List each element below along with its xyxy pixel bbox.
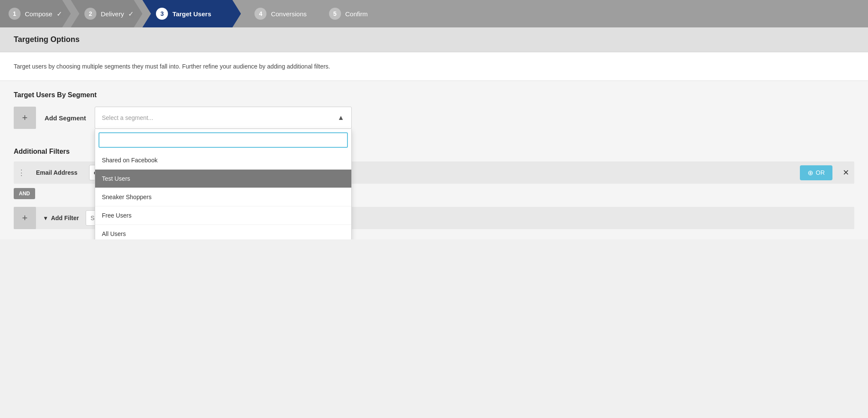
segment-search-input[interactable] xyxy=(99,132,348,148)
dropdown-item-free-users[interactable]: Free Users xyxy=(95,206,351,225)
dropdown-item-sneaker-shoppers[interactable]: Sneaker Shoppers xyxy=(95,188,351,206)
and-label: AND xyxy=(14,188,35,199)
step-label-target-users: Target Users xyxy=(172,10,211,18)
wizard-step-delivery[interactable]: 2 Delivery ✓ xyxy=(71,0,142,27)
delete-filter-button[interactable]: ✕ xyxy=(838,169,854,176)
delivery-check-icon: ✓ xyxy=(128,10,134,18)
description-text: Target users by choosing multiple segmen… xyxy=(14,62,854,71)
wizard-step-compose[interactable]: 1 Compose ✓ xyxy=(0,0,71,27)
add-filter-text: Add Filter xyxy=(51,215,79,221)
step-num-2: 2 xyxy=(84,8,96,20)
filter-name-email: Email Address xyxy=(29,169,89,176)
add-segment-row: + Add Segment Select a segment... ▲ Shar… xyxy=(14,107,854,129)
drag-handle-icon[interactable]: ⋮ xyxy=(14,161,29,184)
or-button[interactable]: ⊕ OR xyxy=(800,165,832,180)
wizard-bar: 1 Compose ✓ 2 Delivery ✓ 3 Target Users … xyxy=(0,0,868,27)
wizard-step-confirm[interactable]: 5 Confirm xyxy=(315,0,384,27)
delete-icon: ✕ xyxy=(843,168,849,177)
main-content: Targeting Options Target users by choosi… xyxy=(0,27,868,239)
section-header: Targeting Options xyxy=(0,27,868,52)
add-segment-plus-button[interactable]: + xyxy=(14,107,36,129)
or-plus-icon: ⊕ xyxy=(808,169,813,177)
segment-select-container: Select a segment... ▲ Shared on Facebook… xyxy=(95,107,352,129)
step-num-3: 3 xyxy=(156,8,168,20)
segment-select-button[interactable]: Select a segment... ▲ xyxy=(95,107,352,129)
dropdown-scroll[interactable]: Shared on Facebook Test Users Sneaker Sh… xyxy=(95,151,351,239)
wizard-step-conversions[interactable]: 4 Conversions xyxy=(241,0,315,27)
wizard-step-target-users[interactable]: 3 Target Users xyxy=(142,0,241,27)
step-label-conversions: Conversions xyxy=(271,10,306,18)
segment-dropdown: Shared on Facebook Test Users Sneaker Sh… xyxy=(95,129,352,239)
compose-check-icon: ✓ xyxy=(57,10,62,18)
step-label-compose: Compose xyxy=(25,10,52,18)
dropdown-item-test-users[interactable]: Test Users xyxy=(95,170,351,188)
segment-placeholder: Select a segment... xyxy=(102,114,153,121)
filter-funnel-icon: ▼ xyxy=(43,215,48,221)
add-filter-label: ▼ Add Filter xyxy=(36,215,86,221)
add-filter-plus-button[interactable]: + xyxy=(14,207,36,229)
step-num-4: 4 xyxy=(254,8,266,20)
step-num-1: 1 xyxy=(9,8,21,20)
targeting-options-title: Targeting Options xyxy=(14,35,854,44)
step-num-5: 5 xyxy=(329,8,341,20)
plus-icon: + xyxy=(22,112,28,123)
target-segment-section: Target Users By Segment + Add Segment Se… xyxy=(0,81,868,139)
description-section: Target users by choosing multiple segmen… xyxy=(0,52,868,81)
by-segment-heading: Target Users By Segment xyxy=(14,91,854,99)
add-filter-plus-icon: + xyxy=(22,212,28,224)
dropdown-item-all-users[interactable]: All Users xyxy=(95,225,351,239)
step-label-delivery: Delivery xyxy=(101,10,124,18)
dropdown-item-shared-facebook[interactable]: Shared on Facebook xyxy=(95,151,351,170)
step-label-confirm: Confirm xyxy=(345,10,368,18)
dropdown-arrow-icon: ▲ xyxy=(338,114,344,122)
or-label: OR xyxy=(816,169,825,176)
add-segment-label: Add Segment xyxy=(36,114,95,122)
